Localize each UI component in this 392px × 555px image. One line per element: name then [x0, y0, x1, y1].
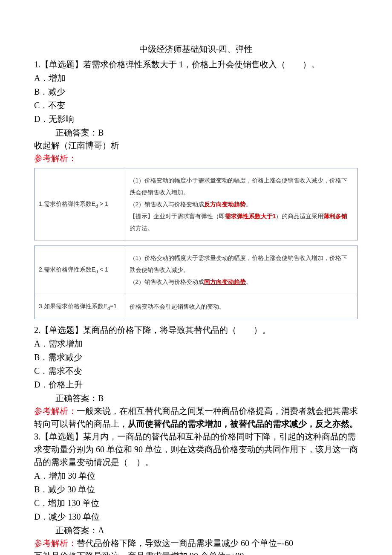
q3-option-a: A．增加 30 单位: [34, 469, 358, 482]
q3-option-b: B．减少 30 单位: [34, 483, 358, 496]
q3-analysis-line1: 参考解析：替代品价格下降，导致这一商品需求量减少 60 个单位=-60: [34, 537, 358, 549]
q2-option-d: D．价格上升: [34, 378, 358, 391]
analysis-table: 1.需求价格弹性系数Ed > 1 （1）价格变动的幅度小于需求量变动的幅度，价格…: [34, 168, 358, 319]
q2-option-c: C．需求不变: [34, 364, 358, 377]
q2-answer: 正确答案：B: [34, 392, 358, 405]
q3-stem: 3.【单选题】某月内，一商品的替代品和互补品的价格同时下降，引起的这种商品的需求…: [34, 430, 358, 468]
q3-option-c: C．增加 130 单位: [34, 497, 358, 509]
q2-option-a: A．需求增加: [34, 337, 358, 350]
table-text: （2）销售收入与价格变动成反方向变动趋势。: [130, 198, 353, 210]
q2-stem: 2.【单选题】某商品的价格下降，将导致其替代品的（ ）。: [34, 324, 358, 336]
q2-option-b: B．需求减少: [34, 351, 358, 364]
table-text: 【提示】企业对于需求富有弹性（即需求弹性系数大于1）的商品适宜采用薄利多销的方法…: [130, 210, 353, 234]
q3-analysis-text1: 替代品价格下降，导致这一商品需求量减少 60 个单位=-60: [77, 538, 293, 548]
q1-option-b: B．减少: [34, 85, 358, 98]
q1-answer: 正确答案：B: [34, 126, 358, 139]
table-row: 2.需求价格弹性系数Ed < 1 （1）价格变动的幅度大于需求量变动的幅度，价格…: [35, 246, 358, 294]
q2-analysis-text2: 从而使替代品的需求增加，被替代品的需求减少，反之亦然。: [128, 419, 358, 428]
q3-analysis-label: 参考解析：: [34, 538, 77, 548]
q1-option-c: C．不变: [34, 99, 358, 112]
table-cell-right-3: 价格变动不会引起销售收入的变动。: [125, 294, 357, 319]
table-row: 1.需求价格弹性系数Ed > 1 （1）价格变动的幅度小于需求量变动的幅度，价格…: [35, 168, 358, 240]
q3-analysis-line2: 互补品价格下降导致这一商品需求量增加 90 个单位=+90: [34, 549, 358, 555]
page-title: 中级经济师基础知识-四、弹性: [34, 43, 358, 55]
q1-collapse-line: 收起解（江南博哥）析: [34, 139, 358, 152]
q3-option-d: D．减少 130 单位: [34, 510, 358, 523]
q1-option-a: A．增加: [34, 72, 358, 84]
table-cell-left-3: 3.如果需求价格弹性系数Ed=1: [35, 294, 125, 319]
table-text: （2）销售收入与价格变动成同方向变动趋势。: [130, 276, 353, 288]
q3-answer: 正确答案：A: [34, 524, 358, 537]
table-cell-left-1: 1.需求价格弹性系数Ed > 1: [35, 168, 125, 240]
q2-analysis: 参考解析：一般来说，在相互替代商品之间某一种商品价格提高，消费者就会把其需求转向…: [34, 405, 358, 430]
table-row: 3.如果需求价格弹性系数Ed=1 价格变动不会引起销售收入的变动。: [35, 294, 358, 319]
table-text: （1）价格变动的幅度大于需求量变动的幅度，价格上涨会使销售收入增加，价格下跌会使…: [130, 252, 353, 276]
table-cell-right-1: （1）价格变动的幅度小于需求量变动的幅度，价格上涨会使销售收入减少，价格下跌会使…: [125, 168, 357, 240]
table-cell-left-2: 2.需求价格弹性系数Ed < 1: [35, 246, 125, 294]
q1-stem: 1.【单选题】若需求价格弹性系数大于 1，价格上升会使销售收入（ ）。: [34, 58, 358, 71]
q2-analysis-label: 参考解析：: [34, 406, 77, 416]
q1-analysis-label: 参考解析：: [34, 152, 358, 165]
q1-option-d: D．无影响: [34, 113, 358, 125]
table-cell-right-2: （1）价格变动的幅度大于需求量变动的幅度，价格上涨会使销售收入增加，价格下跌会使…: [125, 246, 357, 294]
table-text: （1）价格变动的幅度小于需求量变动的幅度，价格上涨会使销售收入减少，价格下跌会使…: [130, 174, 353, 198]
